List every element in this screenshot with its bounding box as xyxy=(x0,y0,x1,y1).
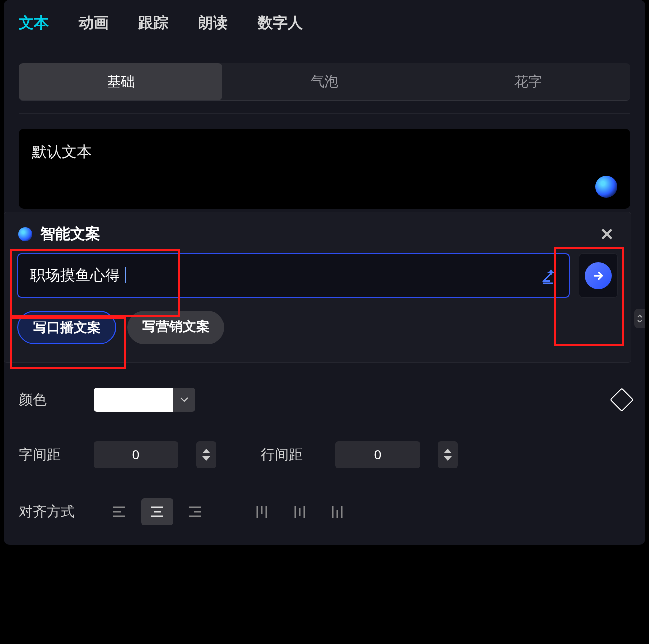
popup-title: 智能文案 xyxy=(40,224,100,244)
prompt-input-value: 职场摸鱼心得 xyxy=(30,267,120,283)
letter-spacing-value: 0 xyxy=(132,447,139,463)
text-panel: 文本 动画 跟踪 朗读 数字人 基础 气泡 花字 默认文本 智能文案 ✕ 职场摸… xyxy=(4,0,645,545)
valign-middle-button[interactable] xyxy=(284,498,316,525)
align-label: 对齐方式 xyxy=(19,502,79,521)
scroll-grip-icon[interactable] xyxy=(634,309,645,328)
close-icon[interactable]: ✕ xyxy=(597,224,617,244)
top-tabs: 文本 动画 跟踪 朗读 数字人 xyxy=(4,0,645,48)
tab-read[interactable]: 朗读 xyxy=(198,13,228,33)
letter-spacing-label: 字间距 xyxy=(19,445,79,464)
tab-animation[interactable]: 动画 xyxy=(79,13,108,33)
row-spacing: 字间距 0 行间距 0 xyxy=(19,441,630,468)
subtab-fancy[interactable]: 花字 xyxy=(427,63,630,100)
subtab-basic[interactable]: 基础 xyxy=(19,63,222,100)
v-align-group xyxy=(246,498,353,525)
chevron-up-icon[interactable] xyxy=(444,449,452,453)
arrow-right-icon xyxy=(585,262,612,289)
letter-spacing-input[interactable]: 0 xyxy=(94,441,178,468)
tab-track[interactable]: 跟踪 xyxy=(138,13,168,33)
chevron-down-icon[interactable] xyxy=(173,388,195,412)
line-spacing-value: 0 xyxy=(374,447,381,463)
chip-spoken-copy[interactable]: 写口播文案 xyxy=(17,311,116,344)
valign-top-button[interactable] xyxy=(246,498,278,525)
tab-text[interactable]: 文本 xyxy=(19,13,49,33)
prompt-input[interactable]: 职场摸鱼心得 xyxy=(17,253,570,298)
text-style-form: 颜色 字间距 0 行间距 0 xyxy=(19,388,630,525)
color-swatch xyxy=(94,388,173,412)
subtab-bubble[interactable]: 气泡 xyxy=(222,63,426,100)
chevron-down-icon[interactable] xyxy=(444,456,452,461)
smart-copy-popup: 智能文案 ✕ 职场摸鱼心得 写口播文案 写 xyxy=(4,212,631,363)
align-right-button[interactable] xyxy=(179,498,211,525)
letter-spacing-stepper[interactable] xyxy=(196,441,216,468)
text-content-box[interactable]: 默认文本 xyxy=(19,129,630,209)
row-color: 颜色 xyxy=(19,388,630,412)
magic-wand-icon[interactable] xyxy=(540,267,558,285)
color-picker[interactable] xyxy=(94,388,195,412)
line-spacing-stepper[interactable] xyxy=(438,441,458,468)
divider xyxy=(19,113,630,114)
chevron-up-icon[interactable] xyxy=(202,449,210,453)
line-spacing-label: 行间距 xyxy=(261,445,321,464)
tab-digital-human[interactable]: 数字人 xyxy=(258,13,303,33)
keyframe-diamond-icon[interactable] xyxy=(610,388,634,412)
ai-orb-mini-icon xyxy=(18,227,32,241)
h-align-group xyxy=(104,498,211,525)
text-content-value: 默认文本 xyxy=(32,143,92,160)
valign-bottom-button[interactable] xyxy=(322,498,353,525)
style-subtabs: 基础 气泡 花字 xyxy=(19,63,630,101)
template-chips: 写口播文案 写营销文案 xyxy=(17,311,618,344)
align-left-button[interactable] xyxy=(104,498,135,525)
color-label: 颜色 xyxy=(19,390,79,409)
ai-orb-icon[interactable] xyxy=(595,176,617,198)
chevron-down-icon[interactable] xyxy=(202,456,210,461)
line-spacing-input[interactable]: 0 xyxy=(335,441,420,468)
chip-marketing-copy[interactable]: 写营销文案 xyxy=(127,311,224,344)
row-alignment: 对齐方式 xyxy=(19,498,630,525)
align-center-button[interactable] xyxy=(141,498,173,525)
submit-button[interactable] xyxy=(579,253,618,298)
